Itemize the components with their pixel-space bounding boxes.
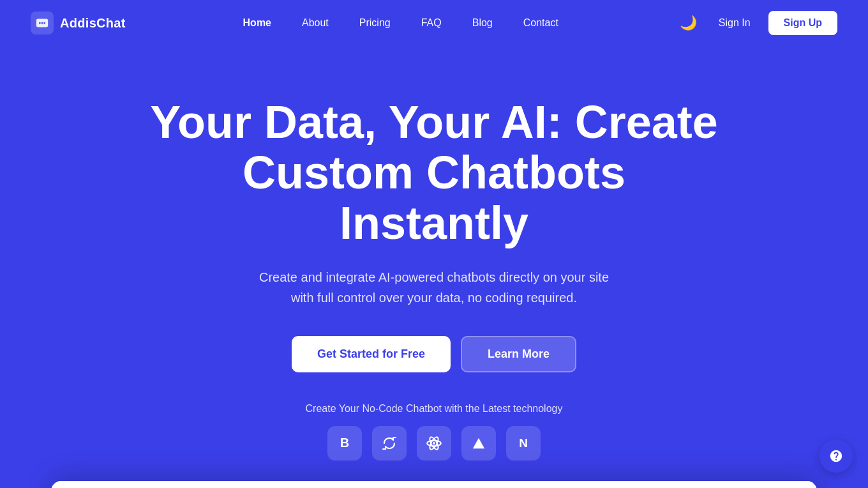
tech-icon-vercel (461, 426, 496, 461)
tech-icon-bootstrap: B (327, 426, 362, 461)
logo-icon (31, 11, 54, 34)
hero-buttons: Get Started for Free Learn More (26, 336, 842, 372)
signin-button[interactable]: Sign In (708, 12, 761, 34)
tech-label: Create Your No-Code Chatbot with the Lat… (26, 403, 842, 415)
nav-about[interactable]: About (289, 12, 341, 34)
hero-subtitle: Create and integrate AI-powered chatbots… (249, 267, 619, 308)
tech-icon-sync (372, 426, 407, 461)
dashboard-header: AddisChat 🌙 (51, 481, 817, 488)
navbar: AddisChat Home About Pricing FAQ Blog Co… (0, 0, 868, 46)
logo: AddisChat (31, 11, 126, 34)
hero-title: Your Data, Your AI: Create Custom Chatbo… (147, 97, 721, 249)
tech-icons-row: B N (26, 426, 842, 461)
help-button[interactable] (819, 439, 853, 473)
hero-title-line2: Custom Chatbots Instantly (243, 147, 625, 248)
dashboard-preview: AddisChat 🌙 (51, 481, 817, 488)
logo-text: AddisChat (60, 16, 126, 31)
svg-point-1 (39, 22, 41, 24)
svg-point-2 (41, 22, 43, 24)
nav-pricing[interactable]: Pricing (347, 12, 403, 34)
svg-point-7 (433, 442, 435, 445)
nav-faq[interactable]: FAQ (408, 12, 454, 34)
hero-title-line1: Your Data, Your AI: Create (150, 96, 718, 148)
svg-marker-8 (473, 438, 484, 448)
nav-blog[interactable]: Blog (460, 12, 505, 34)
get-started-button[interactable]: Get Started for Free (292, 336, 451, 372)
tech-icon-next: N (506, 426, 541, 461)
tech-icon-react (417, 426, 451, 461)
svg-point-3 (43, 22, 45, 24)
nav-contact[interactable]: Contact (511, 12, 571, 34)
nav-links: Home About Pricing FAQ Blog Contact (230, 12, 571, 34)
hero-section: Your Data, Your AI: Create Custom Chatbo… (0, 46, 868, 488)
dark-mode-toggle[interactable]: 🌙 (676, 11, 701, 35)
signup-button[interactable]: Sign Up (768, 11, 837, 35)
nav-actions: 🌙 Sign In Sign Up (676, 11, 837, 35)
nav-home[interactable]: Home (230, 12, 284, 34)
learn-more-button[interactable]: Learn More (461, 336, 576, 372)
